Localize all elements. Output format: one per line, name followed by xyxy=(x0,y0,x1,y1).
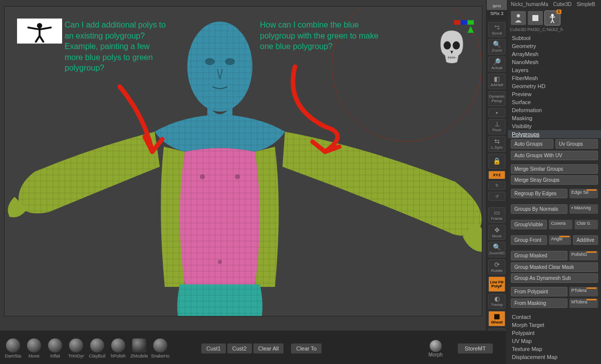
svg-point-13 xyxy=(453,42,460,50)
tool-tab-2[interactable]: Cube3D xyxy=(551,1,573,8)
zoom-button[interactable]: 🔍Zoom xyxy=(488,39,505,54)
groupvisible-button[interactable]: GroupVisible xyxy=(511,220,547,229)
bpr-button[interactable]: BPR xyxy=(487,0,507,10)
floor-button[interactable]: ⊥Floor xyxy=(488,119,505,134)
canvas-wrapper: Can I add additional polys to an existin… xyxy=(0,0,486,330)
maxang-slider[interactable]: ▪ MaxAng xyxy=(569,204,598,214)
section-nanomesh[interactable]: NanoMesh xyxy=(508,58,601,66)
clear-all-button[interactable]: Clear All xyxy=(253,343,284,353)
brush-inflat[interactable]: Inflat xyxy=(45,338,65,358)
merge-similar-button[interactable]: Merge Similar Groups xyxy=(511,164,598,174)
scroll-button[interactable]: ⥃Scroll xyxy=(488,22,505,37)
section-geometryhd[interactable]: Geometry HD xyxy=(508,82,601,90)
section-preview[interactable]: Preview xyxy=(508,90,601,98)
rotate-button[interactable]: ⟳Rotate xyxy=(488,259,505,274)
storemt-button[interactable]: StoreMT xyxy=(458,343,493,353)
spix-slider[interactable]: SPix 3 xyxy=(488,11,505,16)
annotation-right: How can I combine the blue polygroup wit… xyxy=(260,20,380,52)
section-deformation[interactable]: Deformation xyxy=(508,106,601,114)
actual-button[interactable]: 🔎Actual xyxy=(488,57,505,72)
tool-tab-3[interactable]: SimpleB xyxy=(574,1,597,8)
from-polypaint-button[interactable]: From Polypaint xyxy=(511,287,567,296)
brush-damsta[interactable]: DamSta xyxy=(3,338,23,358)
section-arraymesh[interactable]: ArrayMesh xyxy=(508,50,601,58)
from-masking-button[interactable]: From Masking xyxy=(511,298,567,308)
uv-groups-button[interactable]: Uv Groups xyxy=(555,139,598,149)
refresh2-button[interactable]: ↺ xyxy=(488,192,505,200)
transp-button[interactable]: ◐Transp xyxy=(488,294,505,309)
section-visibility[interactable]: Visibility xyxy=(508,122,601,130)
zoom3d-button[interactable]: 🔍Zoom3D xyxy=(488,242,505,257)
regroup-edges-button[interactable]: Regroup By Edges xyxy=(511,189,567,198)
tool-tab2-3[interactable]: Nick2_h xyxy=(547,27,563,34)
tool-thumb-1[interactable] xyxy=(511,11,526,25)
clear-to-button[interactable]: Clear To xyxy=(291,343,322,353)
group-dynamesh-button[interactable]: Group As Dynamesh Sub xyxy=(511,273,598,283)
groups-normals-button[interactable]: Groups By Normals xyxy=(511,204,567,214)
tool-tab2-1[interactable]: Cube3D xyxy=(510,27,526,34)
section-morphtarget[interactable]: Morph Target xyxy=(508,321,601,329)
merge-stray-button[interactable]: Merge Stray Groups xyxy=(511,175,598,185)
bottom-bar: DamSta Move Inflat TrimDyr ClayBuil hPol… xyxy=(0,331,506,364)
section-layers[interactable]: Layers xyxy=(508,66,601,74)
right-shelf: ⥃Scroll 🔍Zoom 🔎Actual ◧AAHalf DynamicPer… xyxy=(487,20,507,364)
section-polygroups[interactable]: Polygroups xyxy=(508,130,601,138)
aahalf-button[interactable]: ◧AAHalf xyxy=(488,74,505,89)
svg-point-2 xyxy=(205,58,215,65)
polishg-slider[interactable]: PolishG xyxy=(569,251,598,260)
auto-groups-uv-button[interactable]: Auto Groups With UV xyxy=(511,151,598,160)
morph-button[interactable]: Morph xyxy=(428,340,442,357)
lock-button[interactable]: 🔒 xyxy=(488,154,505,169)
additive-button[interactable]: Additive xyxy=(573,235,598,245)
polyf-button[interactable]: Line FillPolyF xyxy=(488,276,505,291)
refresh1-button[interactable]: ↻ xyxy=(488,181,505,190)
section-contact[interactable]: Contact xyxy=(508,313,601,321)
clstr-slider[interactable]: Clstr 0. xyxy=(574,220,598,229)
brush-trimdyr[interactable]: TrimDyr xyxy=(66,338,86,358)
dynamic-button[interactable]: DynamicPersp xyxy=(488,91,505,106)
section-polypaint[interactable]: Polypaint xyxy=(508,329,601,337)
viewport-canvas[interactable]: Can I add additional polys to an existin… xyxy=(4,6,482,316)
svg-point-6 xyxy=(218,260,222,264)
svg-point-12 xyxy=(444,42,451,50)
tool-tab-1[interactable]: Nickz_humanMa xyxy=(509,1,550,8)
cust2-button[interactable]: Cust2 xyxy=(227,343,252,353)
xyz-button[interactable]: XYZ xyxy=(488,171,505,179)
section-surface[interactable]: Surface xyxy=(508,98,601,106)
brush-claybuil[interactable]: ClayBuil xyxy=(87,338,107,358)
ptolera-slider[interactable]: PTolera xyxy=(569,287,598,296)
nav-skull-gizmo[interactable] xyxy=(429,19,474,69)
svg-point-3 xyxy=(225,58,235,65)
brush-move[interactable]: Move xyxy=(24,338,44,358)
tool-thumb-3[interactable]: 5 xyxy=(545,11,560,25)
section-masking[interactable]: Masking xyxy=(508,114,601,122)
section-texturemap[interactable]: Texture Map xyxy=(508,345,601,353)
frame-button[interactable]: ▭Frame xyxy=(488,207,505,222)
lsym-button[interactable]: ⇆L.Sym xyxy=(488,136,505,151)
mtolera-slider[interactable]: MTolera xyxy=(569,298,598,308)
svg-point-16 xyxy=(551,14,554,17)
polygroups-content: Auto Groups Uv Groups Auto Groups With U… xyxy=(508,138,601,313)
auto-groups-button[interactable]: Auto Groups xyxy=(511,139,553,149)
tool-thumb-2[interactable] xyxy=(528,11,543,25)
group-masked-button[interactable]: Group Masked xyxy=(511,251,567,260)
section-displacementmap[interactable]: Displacement Map xyxy=(508,353,601,361)
move3d-button[interactable]: ✥Move xyxy=(488,225,505,240)
divider-button[interactable]: ▾ xyxy=(488,108,505,117)
edge-slider[interactable]: Edge Se xyxy=(569,189,598,198)
section-geometry[interactable]: Geometry xyxy=(508,42,601,50)
brush-zmodele[interactable]: ZModele xyxy=(129,338,149,358)
group-masked-clear-button[interactable]: Group Masked Clear Mask xyxy=(511,262,598,272)
ghost-button[interactable]: ▦Ghost xyxy=(488,311,505,326)
section-uvmap[interactable]: UV Map xyxy=(508,337,601,345)
cust1-button[interactable]: Cust1 xyxy=(201,343,226,353)
group-front-button[interactable]: Group Front xyxy=(511,235,547,245)
section-fibermesh[interactable]: FiberMesh xyxy=(508,74,601,82)
tool-tab2-2[interactable]: PM3D_C xyxy=(527,27,546,34)
angle-slider[interactable]: Angle xyxy=(549,235,571,245)
coverage-slider[interactable]: Covera xyxy=(549,220,572,229)
brush-hpolish[interactable]: hPolish xyxy=(108,338,128,358)
section-subtool[interactable]: Subtool xyxy=(508,34,601,42)
brush-snakeho[interactable]: SnakeHo xyxy=(150,338,170,358)
reference-thumbnail[interactable] xyxy=(17,19,62,44)
